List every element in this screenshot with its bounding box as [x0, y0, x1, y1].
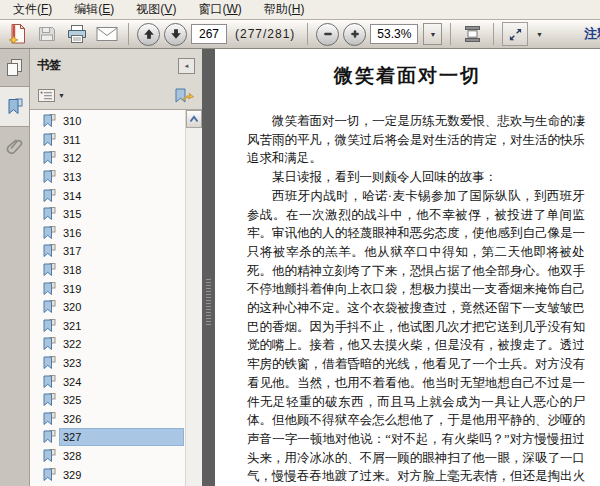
- bookmarks-scrollbar: [185, 110, 202, 486]
- save-button[interactable]: [34, 22, 60, 46]
- document-paragraph: 微笑着面对一切，一定是历练无数爱恨、悲欢与生命的凄风苦雨的平凡，微笑过后将会是对…: [247, 112, 585, 168]
- bookmark-item[interactable]: 328: [30, 447, 185, 466]
- bookmark-label: 321: [60, 318, 183, 334]
- bookmark-label: 322: [60, 336, 183, 352]
- fullscreen-dropdown-button[interactable]: ▼: [532, 31, 546, 38]
- document-paragraph: 某日读报，看到一则颇令人回味的故事：: [247, 168, 585, 187]
- chevron-down-icon: ▼: [536, 31, 543, 38]
- menu-item[interactable]: 窗口(W): [187, 0, 252, 19]
- bookmark-label: 328: [60, 448, 183, 464]
- zoom-level-input[interactable]: [370, 24, 418, 44]
- bookmark-item[interactable]: 312: [30, 149, 185, 168]
- expand-arrows-icon: [508, 27, 523, 42]
- bookmark-options-button[interactable]: ▼: [38, 89, 65, 102]
- bookmark-label: 320: [60, 299, 183, 315]
- create-pdf-icon: [6, 23, 28, 45]
- bookmark-icon: [43, 170, 56, 184]
- bookmark-arrow-icon: [174, 88, 194, 104]
- chevron-down-icon: ▼: [58, 92, 65, 99]
- bookmark-item[interactable]: 327: [30, 428, 185, 447]
- bookmark-item[interactable]: 310: [30, 112, 185, 131]
- bookmark-item[interactable]: 316: [30, 224, 185, 243]
- bookmark-icon: [43, 430, 56, 444]
- page-count-label: (277/281): [235, 27, 295, 41]
- bookmark-item[interactable]: 313: [30, 168, 185, 187]
- plus-icon: [349, 28, 361, 40]
- toolbar: (277/281) ▼: [0, 20, 600, 49]
- attachments-button[interactable]: [0, 127, 29, 164]
- bookmark-icon: [43, 393, 56, 407]
- bookmarks-tab-button[interactable]: [0, 86, 29, 127]
- zoom-out-button[interactable]: [316, 23, 339, 46]
- bookmark-item[interactable]: 329: [30, 465, 185, 484]
- toolbar-separator: [493, 23, 494, 45]
- bookmark-label: 310: [60, 113, 183, 129]
- menu-item[interactable]: 文件(F): [2, 0, 63, 19]
- bookmark-label: 318: [60, 262, 183, 278]
- bookmark-icon: [43, 319, 56, 333]
- next-page-button[interactable]: [164, 23, 187, 46]
- fullscreen-button[interactable]: [502, 22, 528, 46]
- bookmark-item[interactable]: 326: [30, 410, 185, 429]
- chevron-down-icon: ▼: [429, 31, 436, 38]
- bookmark-item[interactable]: 318: [30, 261, 185, 280]
- minus-icon: [322, 28, 334, 40]
- page-thumbnails-button[interactable]: [0, 49, 29, 86]
- menu-item[interactable]: 帮助(H): [253, 0, 316, 19]
- options-list-icon: [38, 89, 55, 102]
- panel-splitter[interactable]: [202, 49, 215, 486]
- zoom-in-button[interactable]: [343, 23, 366, 46]
- zoom-dropdown-button[interactable]: ▼: [423, 23, 442, 45]
- bookmark-item[interactable]: 324: [30, 372, 185, 391]
- menu-item[interactable]: 编辑(E): [63, 0, 125, 19]
- navigation-icon-strip: [0, 49, 30, 486]
- email-button[interactable]: [94, 22, 120, 46]
- bookmark-item[interactable]: 317: [30, 242, 185, 261]
- bookmark-icon: [43, 449, 56, 463]
- toolbar-separator: [450, 23, 451, 45]
- bookmark-label: 312: [60, 150, 183, 166]
- bookmark-label: 327: [60, 429, 183, 445]
- bookmark-item[interactable]: 322: [30, 335, 185, 354]
- print-icon: [66, 24, 88, 45]
- document-paragraph: 西班牙内战时，哈诺·麦卡锡参加了国际纵队，到西班牙参战。在一次激烈的战斗中，他不…: [247, 187, 585, 486]
- toolbar-separator: [128, 23, 129, 45]
- bookmark-label: 315: [60, 206, 183, 222]
- print-button[interactable]: [64, 22, 90, 46]
- scroll-up-button[interactable]: [186, 110, 202, 128]
- expand-current-bookmark-button[interactable]: [174, 88, 194, 104]
- panel-toolbar: ▼: [30, 82, 202, 110]
- comments-button[interactable]: 注释: [584, 25, 600, 43]
- bookmark-item[interactable]: 314: [30, 186, 185, 205]
- bookmark-icon: [43, 468, 56, 482]
- menu-item[interactable]: 视图(V): [125, 0, 187, 19]
- menu-bar: 文件(F)编辑(E)视图(V)窗口(W)帮助(H): [0, 0, 600, 20]
- page-display-mode-button[interactable]: [459, 22, 485, 46]
- create-pdf-button[interactable]: [4, 22, 30, 46]
- bookmark-label: 316: [60, 225, 183, 241]
- bookmark-icon: [43, 412, 56, 426]
- bookmark-label: 329: [60, 467, 183, 483]
- bookmark-label: 326: [60, 411, 183, 427]
- bookmark-item[interactable]: 311: [30, 131, 185, 150]
- bookmark-label: 314: [60, 188, 183, 204]
- bookmark-item[interactable]: 323: [30, 354, 185, 373]
- bookmarks-list-area: 310 311 312: [30, 110, 202, 486]
- bookmark-label: 313: [60, 169, 183, 185]
- bookmark-item[interactable]: 320: [30, 298, 185, 317]
- bookmark-item[interactable]: 321: [30, 317, 185, 336]
- bookmark-item[interactable]: 319: [30, 279, 185, 298]
- toolbar-separator: [307, 23, 308, 45]
- bookmark-item[interactable]: 325: [30, 391, 185, 410]
- collapse-panel-button[interactable]: ◄: [178, 58, 195, 74]
- chevron-up-icon: [189, 115, 199, 123]
- bookmark-label: 325: [60, 392, 183, 408]
- panel-title: 书签: [37, 57, 61, 74]
- paperclip-icon: [5, 136, 25, 156]
- scrollbar-track[interactable]: [186, 128, 202, 486]
- pdf-reader-window: 文件(F)编辑(E)视图(V)窗口(W)帮助(H): [0, 0, 600, 486]
- document-title: 微笑着面对一切: [215, 63, 600, 89]
- bookmark-item[interactable]: 315: [30, 205, 185, 224]
- page-number-input[interactable]: [191, 24, 227, 44]
- previous-page-button[interactable]: [137, 23, 160, 46]
